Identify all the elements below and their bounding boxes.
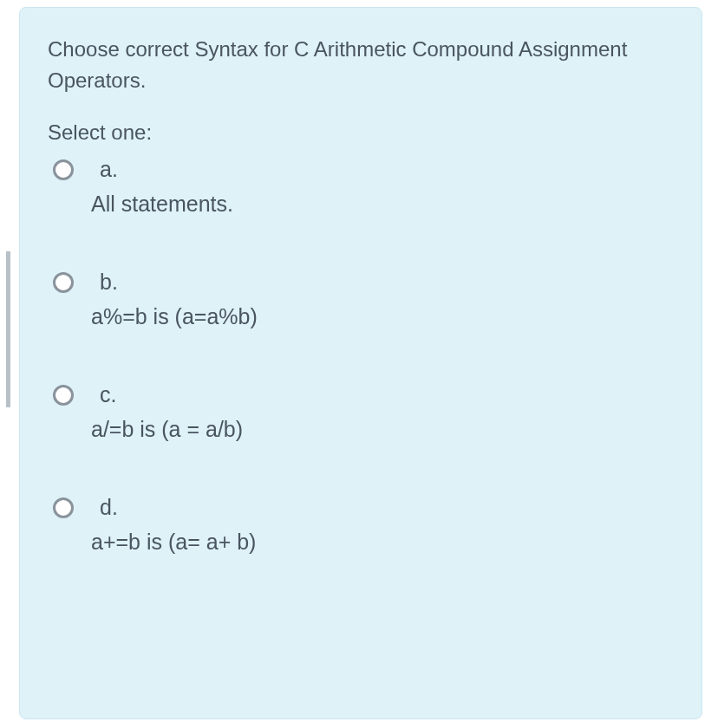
option-a: a. All statements. xyxy=(53,157,674,219)
options-group: a. All statements. b. a%=b is (a=a%b) c.… xyxy=(48,157,674,557)
option-c-letter: c. xyxy=(100,382,116,407)
page-side-marker xyxy=(6,251,10,407)
option-c-text: a/=b is (a = a/b) xyxy=(91,414,674,445)
option-d-header: d. xyxy=(53,495,674,520)
option-c-header: c. xyxy=(53,382,674,407)
option-b-letter: b. xyxy=(100,270,118,295)
question-card: Choose correct Syntax for C Arithmetic C… xyxy=(19,7,702,719)
radio-option-a[interactable] xyxy=(53,159,74,180)
radio-option-c[interactable] xyxy=(53,385,74,406)
option-a-text: All statements. xyxy=(91,189,674,219)
option-d-text: a+=b is (a= a+ b) xyxy=(91,527,674,557)
select-one-label: Select one: xyxy=(48,120,674,145)
option-d: d. a+=b is (a= a+ b) xyxy=(53,495,674,557)
option-b-header: b. xyxy=(53,270,674,295)
option-a-letter: a. xyxy=(100,157,118,182)
option-b: b. a%=b is (a=a%b) xyxy=(53,270,674,332)
option-b-text: a%=b is (a=a%b) xyxy=(91,302,674,332)
question-text: Choose correct Syntax for C Arithmetic C… xyxy=(48,34,674,96)
radio-option-d[interactable] xyxy=(53,497,74,518)
option-a-header: a. xyxy=(53,157,674,182)
option-d-letter: d. xyxy=(100,495,118,520)
radio-option-b[interactable] xyxy=(53,272,74,293)
option-c: c. a/=b is (a = a/b) xyxy=(53,382,674,445)
